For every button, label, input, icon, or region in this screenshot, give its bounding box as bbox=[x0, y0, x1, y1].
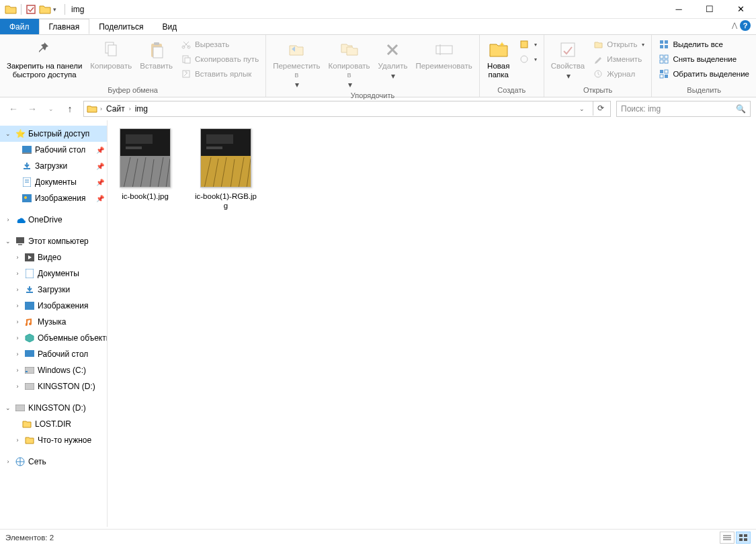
pin-icon bbox=[34, 39, 55, 60]
delete-button[interactable]: Удалить▾ bbox=[376, 36, 411, 81]
tree-video[interactable]: ›Видео bbox=[0, 249, 107, 265]
qat-properties-icon[interactable] bbox=[25, 3, 37, 15]
invert-button[interactable]: Обратить выделение bbox=[656, 67, 752, 81]
minimize-button[interactable]: ─ bbox=[663, 0, 694, 19]
pasteshortcut-button[interactable]: Вставить ярлык bbox=[178, 67, 261, 81]
svg-rect-29 bbox=[22, 146, 32, 153]
pin-icon: 📌 bbox=[96, 146, 104, 154]
svg-rect-26 bbox=[665, 70, 668, 73]
paste-icon bbox=[146, 39, 167, 60]
tab-view[interactable]: Вид bbox=[153, 19, 186, 34]
qat-dropdown-icon[interactable]: ▾ bbox=[53, 6, 61, 13]
invert-icon bbox=[659, 69, 669, 79]
copyto-icon bbox=[339, 39, 360, 60]
svg-rect-58 bbox=[206, 134, 233, 144]
svg-rect-41 bbox=[25, 350, 34, 357]
document-icon bbox=[22, 177, 32, 187]
tab-share[interactable]: Поделиться bbox=[89, 19, 153, 34]
tree-3dobjects[interactable]: ›Объемные объекты bbox=[0, 330, 107, 346]
breadcrumb[interactable]: Сайт bbox=[105, 104, 126, 114]
svg-rect-48 bbox=[126, 134, 153, 144]
newitem-icon bbox=[519, 39, 530, 50]
app-folder-icon bbox=[4, 2, 17, 17]
file-thumbnail bbox=[120, 128, 171, 187]
edit-icon bbox=[593, 54, 603, 65]
view-details-button[interactable] bbox=[720, 532, 734, 544]
close-button[interactable]: ✕ bbox=[725, 0, 756, 19]
svg-rect-30 bbox=[22, 153, 32, 154]
tree-kingstond[interactable]: ›KINGSTON (D:) bbox=[0, 378, 107, 394]
file-item[interactable]: ic-book(1).jpg bbox=[113, 128, 177, 201]
delete-icon bbox=[382, 39, 403, 60]
back-button[interactable]: ← bbox=[5, 101, 22, 117]
paste-button[interactable]: Вставить bbox=[137, 36, 175, 71]
breadcrumb[interactable]: img bbox=[134, 104, 149, 114]
easyaccess-button[interactable]: ▾ bbox=[516, 52, 540, 66]
svg-rect-15 bbox=[561, 43, 575, 56]
history-button[interactable]: Журнал bbox=[590, 67, 647, 81]
cut-button[interactable]: Вырезать bbox=[178, 38, 261, 51]
tree-documents2[interactable]: ›Документы bbox=[0, 265, 107, 282]
tree-kingstond2[interactable]: ⌄KINGSTON (D:) bbox=[0, 400, 107, 416]
selectnone-button[interactable]: Снять выделение bbox=[656, 52, 752, 66]
tree-desktop2[interactable]: ›Рабочий стол bbox=[0, 346, 107, 362]
status-bar: Элементов: 2 bbox=[0, 529, 756, 545]
edit-button[interactable]: Изменить bbox=[590, 52, 647, 66]
tab-home[interactable]: Главная bbox=[39, 19, 90, 34]
collapse-ribbon-icon[interactable]: ⋀ bbox=[732, 22, 737, 29]
svg-rect-43 bbox=[26, 371, 28, 372]
tab-file[interactable]: Файл bbox=[0, 19, 39, 34]
refresh-button[interactable]: ⟳ bbox=[593, 101, 607, 116]
search-input[interactable]: Поиск: img 🔍 bbox=[616, 101, 751, 117]
forward-button[interactable]: → bbox=[24, 101, 40, 117]
pin-quickaccess-button[interactable]: Закрепить на панели быстрого доступа bbox=[4, 36, 85, 79]
up-button[interactable]: ↑ bbox=[62, 101, 78, 117]
newitem-button[interactable]: ▾ bbox=[516, 38, 540, 51]
qat-newfolder-icon[interactable] bbox=[38, 2, 52, 17]
tree-thispc[interactable]: ⌄Этот компьютер bbox=[0, 233, 107, 249]
nav-tree[interactable]: ⌄⭐Быстрый доступ Рабочий стол📌 Загрузки📌… bbox=[0, 120, 108, 527]
recent-dropdown[interactable]: ⌄ bbox=[43, 101, 59, 117]
usb-icon bbox=[24, 381, 35, 392]
file-item[interactable]: ic-book(1)-RGB.jpg bbox=[194, 128, 258, 211]
copy-button[interactable]: Копировать bbox=[87, 36, 134, 71]
tree-onedrive[interactable]: ›OneDrive bbox=[0, 212, 107, 228]
tree-network[interactable]: ›Сеть bbox=[0, 454, 107, 470]
tree-downloads2[interactable]: ›Загрузки bbox=[0, 282, 107, 298]
address-dropdown[interactable]: ⌄ bbox=[574, 101, 590, 117]
tree-windowsc[interactable]: ›Windows (C:) bbox=[0, 362, 107, 378]
svg-rect-25 bbox=[660, 70, 663, 73]
tree-quickaccess[interactable]: ⌄⭐Быстрый доступ bbox=[0, 126, 107, 142]
address-bar[interactable]: › Сайт › img ⌄ ⟳ bbox=[83, 101, 611, 117]
tree-music[interactable]: ›Музыка bbox=[0, 314, 107, 330]
svg-rect-72 bbox=[739, 538, 743, 541]
tree-pictures[interactable]: Изображения📌 bbox=[0, 190, 107, 206]
group-open-label: Открыть bbox=[548, 85, 648, 97]
copypath-button[interactable]: Скопировать путь bbox=[178, 52, 261, 66]
view-thumbnails-button[interactable] bbox=[736, 532, 751, 544]
moveto-button[interactable]: Переместить в▾ bbox=[270, 36, 323, 90]
rename-button[interactable]: Переименовать bbox=[413, 36, 474, 71]
maximize-button[interactable]: ☐ bbox=[694, 0, 725, 19]
file-name: ic-book(1).jpg bbox=[122, 192, 169, 201]
tree-downloads[interactable]: Загрузки📌 bbox=[0, 158, 107, 174]
tree-something[interactable]: ›Что-то нужное bbox=[0, 432, 107, 448]
open-button[interactable]: Открыть▾ bbox=[590, 38, 647, 51]
properties-button[interactable]: Свойства▾ bbox=[548, 36, 588, 81]
help-icon[interactable]: ? bbox=[740, 20, 751, 31]
newfolder-button[interactable]: Новая папка bbox=[484, 36, 513, 79]
svg-rect-23 bbox=[660, 60, 663, 63]
copyto-button[interactable]: Копировать в▾ bbox=[326, 36, 373, 90]
rename-icon bbox=[433, 39, 455, 60]
navigation-row: ← → ⌄ ↑ › Сайт › img ⌄ ⟳ Поиск: img 🔍 bbox=[0, 97, 756, 120]
tree-pictures2[interactable]: ›Изображения bbox=[0, 298, 107, 314]
tree-lostdir[interactable]: LOST.DIR bbox=[0, 416, 107, 432]
music-icon bbox=[24, 317, 35, 327]
tree-desktop[interactable]: Рабочий стол📌 bbox=[0, 142, 107, 158]
folder-icon bbox=[24, 435, 35, 446]
tree-documents[interactable]: Документы📌 bbox=[0, 174, 107, 190]
ribbon-tabs: Файл Главная Поделиться Вид ⋀ ? bbox=[0, 19, 756, 35]
properties-icon bbox=[557, 39, 579, 60]
selectall-button[interactable]: Выделить все bbox=[656, 38, 752, 51]
file-list[interactable]: ic-book(1).jpg ic-book(1)-RGB.jpg bbox=[108, 120, 756, 527]
